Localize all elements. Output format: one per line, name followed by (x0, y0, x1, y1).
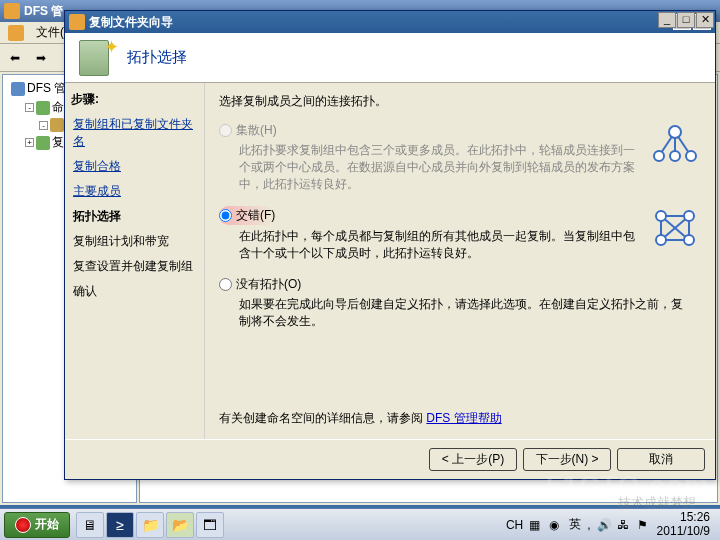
start-orb-icon (15, 517, 31, 533)
app-icon (4, 3, 20, 19)
instruction-text: 选择复制成员之间的连接拓扑。 (219, 93, 701, 110)
option-full-mesh: 交错(F) 在此拓扑中，每个成员都与复制组的所有其他成员一起复制。当复制组中包含… (219, 206, 701, 262)
wizard-title: 复制文件夹向导 (89, 14, 673, 31)
collapse-icon[interactable]: - (25, 103, 34, 112)
tree-icon (36, 101, 50, 115)
ql-explorer-icon[interactable]: 📁 (136, 512, 164, 538)
full-mesh-icon (649, 206, 701, 250)
expand-icon[interactable]: + (25, 138, 34, 147)
system-tray: CH ▦ ◉ 英 , 🔊 🖧 ⚑ 15:26 2011/10/9 (500, 511, 716, 537)
step-replication-group[interactable]: 复制组和已复制文件夹名 (71, 112, 198, 154)
wizard-icon (69, 14, 85, 30)
parent-title: DFS 管 (24, 3, 63, 20)
start-button[interactable]: 开始 (4, 512, 70, 538)
tree-icon (11, 82, 25, 96)
svg-point-14 (684, 211, 694, 221)
wizard-dialog: 复制文件夹向导 ? ✕ ✦ 拓扑选择 步骤: 复制组和已复制文件夹名 复制合格 … (64, 10, 716, 480)
close-button[interactable]: ✕ (696, 12, 714, 28)
tray-icon[interactable]: ▦ (529, 518, 543, 532)
help-link[interactable]: DFS 管理帮助 (426, 411, 501, 425)
step-topology[interactable]: 拓扑选择 (71, 204, 198, 229)
svg-point-3 (669, 126, 681, 138)
volume-icon[interactable]: 🔊 (597, 518, 611, 532)
svg-point-15 (656, 235, 666, 245)
radio-hub-spoke: 集散(H) (219, 122, 639, 139)
quick-launch: 🖥 ≥ 📁 📂 🗔 (76, 512, 224, 538)
hub-spoke-icon (649, 122, 701, 166)
step-primary[interactable]: 主要成员 (71, 179, 198, 204)
svg-point-16 (684, 235, 694, 245)
radio-full-mesh[interactable]: 交错(F) (219, 206, 287, 225)
svg-point-5 (670, 151, 680, 161)
radio-no-topology[interactable]: 没有拓扑(O) (219, 276, 691, 293)
wizard-header-title: 拓扑选择 (127, 48, 187, 67)
ql-server-icon[interactable]: 🖥 (76, 512, 104, 538)
next-button[interactable]: 下一步(N) > (523, 448, 611, 471)
desc-no-topology: 如果要在完成此向导后创建自定义拓扑，请选择此选项。在创建自定义拓扑之前，复制将不… (239, 296, 691, 330)
tree-icon (50, 118, 64, 132)
flag-icon[interactable]: ⚑ (637, 518, 651, 532)
ime-ch[interactable]: CH (506, 518, 523, 532)
wizard-titlebar[interactable]: 复制文件夹向导 ? ✕ (65, 11, 715, 33)
prev-button[interactable]: < 上一步(P) (429, 448, 517, 471)
svg-point-4 (654, 151, 664, 161)
svg-point-13 (656, 211, 666, 221)
parent-window-controls: _ □ ✕ (658, 12, 714, 28)
wizard-main: 选择复制成员之间的连接拓扑。 集散(H) 此拓扑要求复制组中包含三个或更多成员。… (205, 83, 715, 439)
radio-full-mesh-input[interactable] (219, 209, 232, 222)
help-line: 有关创建命名空间的详细信息，请参阅 DFS 管理帮助 (219, 410, 502, 427)
wizard-header: ✦ 拓扑选择 (65, 33, 715, 83)
tray-icon[interactable]: ◉ (549, 518, 563, 532)
toolbar-back-icon[interactable]: ⬅ (4, 47, 26, 69)
tree-icon (36, 136, 50, 150)
option-hub-spoke: 集散(H) 此拓扑要求复制组中包含三个或更多成员。在此拓扑中，轮辐成员连接到一个… (219, 122, 701, 192)
ql-app-icon[interactable]: 🗔 (196, 512, 224, 538)
minimize-button[interactable]: _ (658, 12, 676, 28)
taskbar: 开始 🖥 ≥ 📁 📂 🗔 CH ▦ ◉ 英 , 🔊 🖧 ⚑ 15:26 2011… (0, 508, 720, 540)
collapse-icon[interactable]: - (39, 121, 48, 130)
wizard-header-icon: ✦ (77, 38, 117, 78)
maximize-button[interactable]: □ (677, 12, 695, 28)
wizard-steps: 步骤: 复制组和已复制文件夹名 复制合格 主要成员 拓扑选择 复制组计划和带宽 … (65, 83, 205, 439)
steps-heading: 步骤: (71, 91, 198, 108)
radio-hub-spoke-input (219, 124, 232, 137)
ime-en[interactable]: 英 (569, 516, 581, 533)
option-no-topology: 没有拓扑(O) 如果要在完成此向导后创建自定义拓扑，请选择此选项。在创建自定义拓… (219, 276, 701, 330)
step-schedule: 复制组计划和带宽 (71, 229, 198, 254)
menu-icon (8, 25, 24, 41)
toolbar-fwd-icon[interactable]: ➡ (30, 47, 52, 69)
ql-folder-icon[interactable]: 📂 (166, 512, 194, 538)
desc-full-mesh: 在此拓扑中，每个成员都与复制组的所有其他成员一起复制。当复制组中包含十个或十个以… (239, 228, 639, 262)
svg-point-6 (686, 151, 696, 161)
step-review: 复查设置并创建复制组 (71, 254, 198, 279)
network-icon[interactable]: 🖧 (617, 518, 631, 532)
step-eligibility[interactable]: 复制合格 (71, 154, 198, 179)
desc-hub-spoke: 此拓扑要求复制组中包含三个或更多成员。在此拓扑中，轮辐成员连接到一个或两个中心成… (239, 142, 639, 192)
ql-powershell-icon[interactable]: ≥ (106, 512, 134, 538)
step-confirm: 确认 (71, 279, 198, 304)
clock[interactable]: 15:26 2011/10/9 (657, 511, 710, 537)
cancel-button[interactable]: 取消 (617, 448, 705, 471)
radio-no-topology-input[interactable] (219, 278, 232, 291)
